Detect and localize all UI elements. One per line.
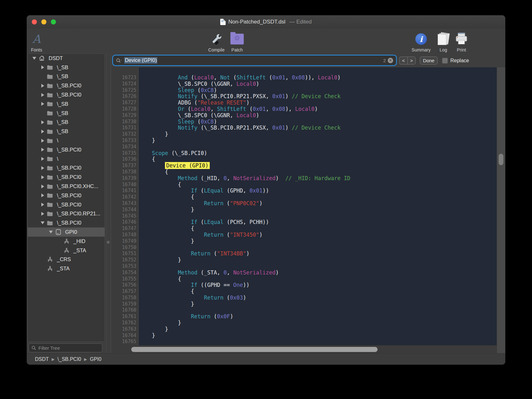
tree-item-gpi0[interactable]: GPI0 bbox=[28, 227, 105, 237]
vertical-scrollbar[interactable] bbox=[497, 67, 505, 354]
pane-splitter[interactable] bbox=[105, 53, 112, 354]
tree-item-sbpci0[interactable]: \_SB.PCI0 bbox=[28, 218, 105, 227]
tree-item-sta[interactable]: _STA bbox=[28, 246, 105, 255]
disclosure-right-icon[interactable] bbox=[39, 102, 46, 106]
tree-item-sb[interactable]: \_SB bbox=[28, 109, 105, 118]
folder-icon bbox=[46, 211, 54, 216]
tree-item-sbpci0[interactable]: \_SB.PCI0 bbox=[28, 164, 105, 173]
disclosure-right-icon[interactable] bbox=[39, 139, 46, 143]
tree-item-crs[interactable]: _CRS bbox=[28, 255, 105, 264]
folder-icon bbox=[46, 138, 54, 143]
disclosure-right-icon[interactable] bbox=[39, 212, 46, 216]
disclosure-right-icon[interactable] bbox=[39, 84, 46, 88]
line-number: 16750 bbox=[116, 245, 138, 251]
tree-item-sbpci0rp21[interactable]: \_SB.PCI0.RP21... bbox=[28, 209, 105, 219]
tree-item-label: \_SB bbox=[57, 119, 68, 125]
tree-item-sbpci0[interactable]: \_SB.PCI0 bbox=[28, 145, 105, 154]
patch-button[interactable]: Patch bbox=[223, 30, 251, 53]
line-number: 16759 bbox=[116, 301, 138, 308]
line-number: 16742 bbox=[116, 194, 138, 200]
tree-item-sbpci0[interactable]: \_SB.PCI0 bbox=[28, 90, 105, 99]
code-line: And (Local0, Not (ShiftLeft (0x01, 0x08)… bbox=[139, 75, 497, 81]
line-number: 16753 bbox=[116, 263, 138, 270]
disclosure-right-icon[interactable] bbox=[39, 93, 46, 97]
tree-item-sb[interactable]: \_SB bbox=[28, 127, 105, 136]
line-number: 16736 bbox=[116, 156, 138, 163]
replace-checkbox[interactable] bbox=[442, 58, 448, 64]
horizontal-scrollbar-thumb[interactable] bbox=[131, 347, 378, 352]
previous-match-button[interactable]: < bbox=[399, 57, 407, 64]
filter-tree-field[interactable] bbox=[29, 343, 102, 352]
search-menu-icon[interactable] bbox=[116, 58, 122, 63]
filter-tree-input[interactable] bbox=[38, 345, 99, 351]
line-number: 16763 bbox=[116, 326, 138, 333]
line-number: 16743 bbox=[116, 200, 138, 207]
disclosure-right-icon[interactable] bbox=[39, 120, 46, 124]
tree-item-label: \_SB bbox=[57, 73, 68, 79]
disclosure-down-icon[interactable] bbox=[31, 57, 38, 60]
tree-item-sb[interactable]: \_SB bbox=[28, 72, 105, 81]
tree-item-label: \_SB bbox=[57, 128, 68, 134]
tree-item-sta[interactable]: _STA bbox=[28, 264, 105, 273]
folder-icon bbox=[46, 83, 54, 88]
window-title-edited: — Edited bbox=[288, 19, 312, 25]
line-number: 16751 bbox=[116, 251, 138, 257]
disclosure-right-icon[interactable] bbox=[39, 166, 46, 170]
tree-item-label: \_SB.PCI0 bbox=[57, 165, 81, 171]
search-input[interactable]: Device (GPI0) 2 ✕ bbox=[113, 56, 396, 65]
line-number: 16754 bbox=[116, 270, 138, 276]
tree-item-sbpci0[interactable]: \_SB.PCI0 bbox=[28, 81, 105, 90]
breadcrumb-device[interactable]: GPI0 bbox=[90, 356, 101, 362]
disclosure-right-icon[interactable] bbox=[39, 130, 46, 133]
clear-search-icon[interactable]: ✕ bbox=[388, 58, 393, 63]
line-number: 16731 bbox=[116, 125, 138, 131]
disclosure-right-icon[interactable] bbox=[39, 175, 46, 179]
disclosure-right-icon[interactable] bbox=[39, 185, 46, 188]
tree-item-label: \_SB bbox=[57, 110, 68, 116]
tree-item-[interactable]: \ bbox=[28, 154, 105, 164]
tree-item-dsdt[interactable]: DSDT bbox=[28, 54, 105, 63]
code-view[interactable]: And (Local0, Not (ShiftLeft (0x01, 0x08)… bbox=[139, 67, 497, 345]
tree-item-sbpci0[interactable]: \_SB.PCI0 bbox=[28, 172, 105, 182]
tree-item-sbpci0[interactable]: \_SB.PCI0 bbox=[28, 191, 105, 200]
disclosure-right-icon[interactable] bbox=[39, 157, 46, 161]
breadcrumb: DSDT ▶ \_SB.PCI0 ▶ GPI0 bbox=[27, 353, 505, 365]
vertical-scrollbar-thumb[interactable] bbox=[499, 154, 503, 165]
line-number: 16741 bbox=[116, 188, 138, 194]
code-line: \_SB.SPC0 (\GGNR, Local0) bbox=[139, 112, 497, 119]
done-button[interactable]: Done bbox=[420, 57, 438, 64]
code-line: } bbox=[139, 257, 497, 263]
breadcrumb-scope[interactable]: \_SB.PCI0 bbox=[58, 356, 81, 362]
disclosure-right-icon[interactable] bbox=[39, 203, 46, 206]
fonts-button[interactable]: A Fonts bbox=[27, 30, 51, 53]
print-button[interactable]: Print bbox=[447, 30, 476, 53]
breadcrumb-root[interactable]: DSDT bbox=[35, 356, 49, 362]
breadcrumb-separator-icon: ▶ bbox=[52, 357, 55, 362]
tree-item-sbpci0[interactable]: \_SB.PCI0 bbox=[28, 200, 105, 209]
tree-item-hid[interactable]: _HID bbox=[28, 237, 105, 246]
code-line: Notify (\_SB.PCI0.RP21.PXSX, 0x01) // De… bbox=[139, 93, 497, 100]
next-match-button[interactable]: > bbox=[407, 57, 416, 64]
line-number: 16745 bbox=[116, 213, 138, 220]
line-number: 16727 bbox=[116, 100, 138, 106]
tree-item-label: \_SB.PCI0 bbox=[57, 174, 81, 180]
disclosure-right-icon[interactable] bbox=[39, 148, 46, 152]
title-bar: Non-Patched_DSDT.dsl — Edited bbox=[27, 15, 505, 29]
replace-option: Replace bbox=[442, 57, 469, 64]
disclosure-down-icon[interactable] bbox=[47, 231, 54, 233]
disclosure-down-icon[interactable] bbox=[39, 221, 46, 224]
tree-item-sb[interactable]: \_SB bbox=[28, 118, 105, 127]
disclosure-right-icon[interactable] bbox=[39, 65, 46, 69]
tree-item-sbpci0xhc[interactable]: \_SB.PCI0.XHC... bbox=[28, 182, 105, 191]
splitter-handle-icon[interactable] bbox=[107, 241, 110, 244]
line-number: 16761 bbox=[116, 314, 138, 320]
tree-item-[interactable]: \ bbox=[28, 136, 105, 145]
find-bar: Device (GPI0) 2 ✕ < > Done Replace bbox=[112, 53, 505, 67]
tree-item-label: \_SB.PCI0 bbox=[57, 220, 81, 226]
tree-item-sb[interactable]: \_SB bbox=[28, 99, 105, 109]
tree-item-sb[interactable]: \_SB bbox=[28, 63, 105, 72]
disclosure-right-icon[interactable] bbox=[39, 193, 46, 197]
horizontal-scrollbar[interactable] bbox=[112, 345, 497, 354]
fonts-icon: A bbox=[32, 32, 41, 46]
line-number: 16738 bbox=[116, 169, 138, 175]
